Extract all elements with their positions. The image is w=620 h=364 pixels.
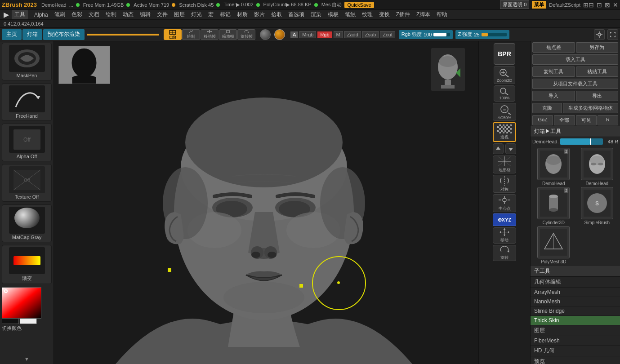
close-icon[interactable]: ✕ (613, 1, 618, 9)
scale-tool-btn[interactable]: 缩放帧 (219, 29, 237, 40)
menu-transform[interactable]: 变换 (376, 10, 393, 19)
all-btn[interactable]: 全部 (554, 115, 575, 125)
zadd-button[interactable]: Zadd (344, 31, 361, 38)
preview-item[interactable]: 预览 (531, 356, 620, 364)
save-as-btn[interactable]: 另存为 (576, 42, 619, 53)
defaultzscript[interactable]: DefaultZScript (549, 2, 580, 8)
menu-marker[interactable]: 标记 (217, 10, 233, 19)
menu-material[interactable]: 材质 (234, 10, 250, 19)
subtool-cylinder[interactable]: 2 Cylinder3D (532, 187, 575, 225)
mrgb-button[interactable]: Mrgb (299, 31, 316, 38)
grid-button[interactable]: 地形格 (493, 155, 516, 173)
layers-item[interactable]: 图层 (531, 325, 620, 336)
menu-layers[interactable]: 图层 (171, 10, 187, 19)
settings-button[interactable] (594, 29, 605, 40)
move-tool-btn[interactable]: 移动帧 (201, 29, 219, 40)
menu-preferences[interactable]: 首选项 (285, 10, 307, 19)
paste-tool-btn[interactable]: 粘贴工具 (576, 67, 619, 77)
visible-btn[interactable]: 可见 (576, 115, 597, 125)
menu-light[interactable]: 灯光 (188, 10, 205, 19)
freehand-tool[interactable]: FreeHand (2, 83, 52, 121)
maskpen-tool[interactable]: MaskPen (2, 43, 52, 80)
menu-alpha[interactable]: Alpha (31, 11, 51, 19)
tab-main[interactable]: 主页 (2, 29, 22, 40)
menu-draw[interactable]: 绘制 (103, 10, 119, 19)
quicksave-button[interactable]: QuickSave (344, 2, 374, 8)
expand-button[interactable] (607, 29, 618, 40)
menu-pickup[interactable]: 拾取 (268, 10, 285, 19)
color-picker[interactable] (2, 287, 41, 314)
move-button[interactable]: 移动 (493, 227, 516, 244)
color-switch-label[interactable]: 切换颜色 (2, 325, 22, 331)
menu-render[interactable]: 渲染 (308, 10, 324, 19)
menu-file[interactable]: 文件 (154, 10, 170, 19)
nano-mesh-item[interactable]: NanoMesh (531, 297, 620, 306)
from-project-btn[interactable]: 从项目文件载入工具 (532, 79, 618, 89)
export-btn[interactable]: 导出 (576, 91, 619, 101)
menu-zplugin[interactable]: Z插件 (393, 10, 413, 19)
menu-edit[interactable]: 编辑 (137, 10, 153, 19)
menu-arrow-icon[interactable]: ▶ (4, 10, 9, 19)
canvas-area[interactable] (54, 41, 478, 364)
subtool-polymesh[interactable]: PolyMesh3D (532, 226, 575, 264)
perspective-button[interactable]: 透视 (493, 122, 516, 142)
subtool-demohead1[interactable]: 2 DemoHead (532, 148, 575, 186)
import-btn[interactable]: 导入 (532, 91, 575, 101)
menu-texture[interactable]: 纹理 (359, 10, 375, 19)
menu-zscript[interactable]: Z脚本 (414, 10, 433, 19)
lightbox-tools-section[interactable]: 灯箱▶工具 (531, 126, 620, 137)
rotate-tool-btn[interactable]: 旋转帧 (237, 29, 255, 40)
z-strength-slider[interactable]: Z 强度 25 (455, 30, 509, 39)
zoom2d-button[interactable]: Zoom2D (494, 66, 515, 84)
generate-mesh-btn[interactable]: 生成多边形网格物体 (563, 103, 618, 113)
alpha-off-tool[interactable]: Off Alpha Off (2, 124, 52, 161)
subtool-demohead2[interactable]: DemoHead (576, 148, 619, 186)
symmetry-button[interactable]: 对称 (493, 175, 516, 193)
menu-brush[interactable]: 笔刷 (52, 10, 68, 19)
scroll-down-icon[interactable]: ▼ (0, 354, 54, 364)
goz-btn[interactable]: GoZ (532, 115, 553, 125)
r-btn[interactable]: R (598, 115, 618, 125)
rgb-button[interactable]: Rgb (317, 31, 332, 38)
small-btn-2[interactable] (505, 143, 516, 154)
m-button[interactable]: M (334, 31, 343, 38)
subtool-simplebrush[interactable]: S SimpleBrush (576, 187, 619, 225)
matcap-tool[interactable]: MatCap Gray (2, 204, 52, 242)
interface-transparency[interactable]: 界面透明 0 (500, 0, 529, 9)
texture-off-tool[interactable]: Off Texture Off (2, 164, 52, 202)
menu-template[interactable]: 模板 (325, 10, 341, 19)
array-mesh-item[interactable]: ArrayMesh (531, 288, 620, 297)
menu-stroke[interactable]: 笔触 (342, 10, 358, 19)
menu-movie[interactable]: 影片 (251, 10, 268, 19)
zsub-button[interactable]: Zsub (362, 31, 379, 38)
tab-preview-render[interactable]: 预览布尔渲染 (43, 29, 85, 40)
thick-skin-item[interactable]: Thick Skin (531, 316, 620, 325)
small-btn-1[interactable] (493, 143, 504, 154)
tab-lightbox[interactable]: 灯箱 (22, 29, 42, 40)
ac50-button[interactable]: 50 AC50% (493, 103, 516, 121)
gradient-tool[interactable]: 渐变 (2, 245, 52, 284)
menu-document[interactable]: 文档 (86, 10, 102, 19)
menu-animation[interactable]: 动态 (120, 10, 136, 19)
load-tool-btn[interactable]: 载入工具 (532, 54, 618, 65)
demohead-r-btn[interactable]: R (615, 139, 618, 144)
geometry-edit-item[interactable]: 几何体编辑 (531, 277, 620, 288)
subtool-section[interactable]: 子工具 (531, 266, 620, 277)
fiber-mesh-item[interactable]: FiberMesh (531, 336, 620, 346)
slime-bridge-item[interactable]: Slime Bridge (531, 306, 620, 316)
focal-point-btn[interactable]: 焦点差 (532, 42, 575, 53)
a-button[interactable]: A (290, 31, 298, 38)
clone-btn[interactable]: 克隆 (532, 103, 562, 113)
draw-tool-btn[interactable]: 绘制 (182, 29, 200, 40)
rotate-button[interactable]: 旋转 (493, 245, 516, 261)
menu-button[interactable]: 菜单 (532, 1, 546, 9)
zoom100-button[interactable]: 100% (494, 85, 515, 102)
center-point-button[interactable]: 中心点 (493, 194, 516, 212)
copy-tool-btn[interactable]: 复制工具 (532, 67, 575, 77)
menu-help[interactable]: 帮助 (434, 10, 450, 19)
menu-macro[interactable]: 宏 (205, 10, 216, 19)
demohead-slider[interactable] (560, 138, 603, 145)
bpr-button[interactable]: BPR (494, 43, 515, 65)
edit-tool-btn[interactable]: Edit (164, 29, 182, 40)
rgb-strength-slider[interactable]: Rgb 强度 100 (399, 30, 453, 39)
